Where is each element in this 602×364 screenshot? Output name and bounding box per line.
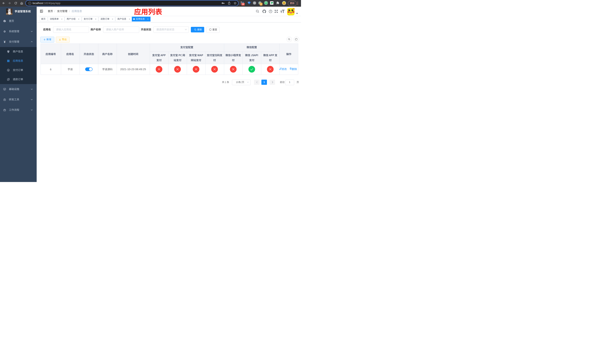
svg-text:¥: ¥ [8,69,9,71]
svg-text:¥: ¥ [4,41,6,43]
svg-text:?: ? [270,10,271,12]
